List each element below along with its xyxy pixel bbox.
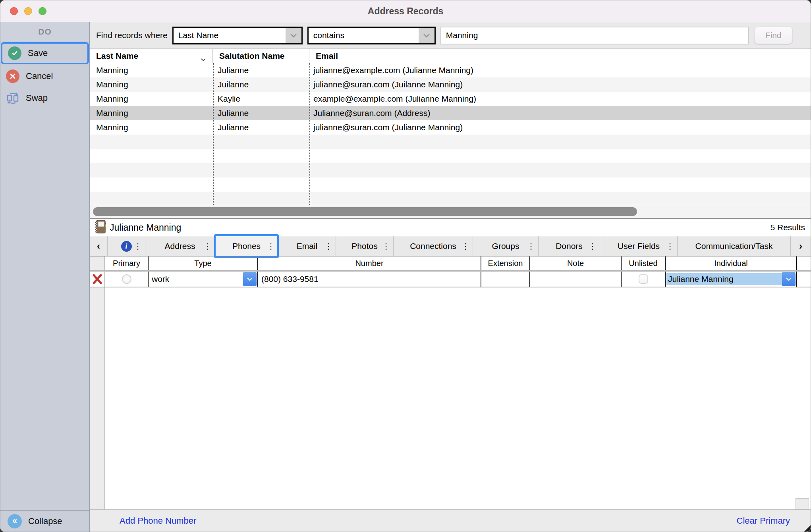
tab-donors[interactable]: Donors ⋮ [539, 236, 600, 256]
sidebar-header: DO [0, 22, 89, 41]
tab-groups[interactable]: Groups ⋮ [473, 236, 539, 256]
tab-address[interactable]: Address ⋮ [145, 236, 215, 256]
window-resize-grip[interactable] [804, 525, 811, 532]
find-records-bar: Find records where Last Name contains Fi… [90, 22, 811, 49]
tab-user-fields[interactable]: User Fields ⋮ [600, 236, 678, 256]
delete-x-icon [92, 274, 102, 284]
sort-chevron-icon [201, 54, 206, 64]
column-header-primary: Primary [105, 256, 148, 270]
results-count: 5 Results [770, 223, 805, 232]
column-header-unlisted: Unlisted [621, 256, 665, 270]
empty-row [90, 192, 811, 206]
row-actions-gutter [90, 287, 105, 509]
scrollbar-thumb[interactable] [93, 207, 637, 216]
collapse-button-label: Collapse [28, 516, 62, 526]
horizontal-scrollbar[interactable] [90, 205, 811, 218]
zoom-window-button[interactable] [39, 7, 46, 15]
row-actions-column-header [90, 256, 105, 270]
empty-row [90, 163, 811, 177]
individual-value: Julianne Manning [666, 273, 782, 285]
close-window-button[interactable] [10, 7, 18, 15]
spare-column-header [796, 256, 810, 270]
cancel-x-icon [6, 69, 19, 83]
table-row-selected[interactable]: Manning Julianne Julianne@suran.com (Add… [90, 106, 811, 120]
phones-table-header: Primary Type Number Extension Note Unlis… [90, 256, 811, 272]
search-query-input[interactable] [440, 27, 749, 44]
primary-radio[interactable] [122, 274, 131, 284]
chevron-down-icon [286, 28, 301, 43]
extension-field[interactable] [481, 272, 529, 287]
chevron-down-icon[interactable] [243, 272, 257, 286]
delete-phone-button[interactable] [90, 272, 105, 287]
tab-handle-icon[interactable]: ⋮ [589, 242, 597, 250]
tab-handle-icon[interactable]: ⋮ [203, 242, 211, 250]
phone-row: work (800) 633-9581 [90, 272, 811, 287]
address-records-window: Address Records DO Save Cancel [0, 0, 811, 532]
tab-photos[interactable]: Photos ⋮ [336, 236, 394, 256]
collapse-button[interactable]: « Collapse [0, 510, 89, 532]
column-header-note: Note [529, 256, 621, 270]
table-row[interactable]: Manning Kaylie example@example.com (Juli… [90, 92, 811, 106]
note-field[interactable] [529, 272, 621, 287]
table-row[interactable]: Manning Julianne julianne@example.com (J… [90, 63, 811, 77]
save-button[interactable]: Save [1, 42, 89, 64]
record-name: Julianne Manning [110, 222, 770, 233]
scrollbar-corner [796, 498, 809, 509]
tab-handle-icon[interactable]: ⋮ [666, 242, 674, 250]
add-phone-number-link[interactable]: Add Phone Number [120, 516, 196, 526]
individual-select[interactable]: Julianne Manning [665, 272, 796, 287]
cancel-button[interactable]: Cancel [0, 65, 89, 87]
minimize-window-button[interactable] [24, 7, 32, 15]
save-button-label: Save [28, 48, 48, 58]
phone-type-select[interactable]: work [148, 272, 257, 287]
swap-button[interactable]: Swap [0, 87, 89, 109]
cancel-button-label: Cancel [26, 71, 53, 81]
empty-row [90, 177, 811, 192]
swap-button-label: Swap [26, 93, 48, 103]
tab-info[interactable]: i ⋮ [108, 236, 145, 256]
do-sidebar: DO Save Cancel [0, 22, 90, 532]
chevron-down-icon [419, 28, 434, 43]
tabs-scroll-right-button[interactable]: › [791, 236, 811, 256]
unlisted-checkbox[interactable] [639, 274, 648, 284]
column-header-individual: Individual [665, 256, 796, 270]
title-bar: Address Records [0, 0, 811, 22]
primary-radio-cell [105, 272, 148, 287]
tabs-scroll-left-button[interactable]: ‹ [90, 236, 108, 256]
search-field-value: Last Name [174, 28, 286, 43]
tab-handle-icon[interactable]: ⋮ [134, 242, 142, 250]
empty-row [90, 135, 811, 149]
info-icon: i [121, 241, 132, 252]
results-table-header: Last Name Salutation Name Email [90, 49, 811, 63]
tab-communication-task[interactable]: Communication/Task [678, 236, 791, 256]
window-title: Address Records [368, 6, 443, 17]
find-button[interactable]: Find [754, 27, 793, 44]
column-header-last-name[interactable]: Last Name [90, 49, 213, 63]
tab-handle-icon[interactable]: ⋮ [324, 242, 332, 250]
table-row[interactable]: Manning Julianne julianne@suran.com (Jul… [90, 120, 811, 135]
clear-primary-link[interactable]: Clear Primary [737, 516, 790, 526]
tab-phones[interactable]: Phones ⋮ [215, 236, 278, 256]
results-table-body: Manning Julianne julianne@example.com (J… [90, 63, 811, 205]
column-header-number: Number [257, 256, 481, 270]
column-header-type: Type [148, 256, 257, 270]
phone-number-value: (800) 633-9581 [258, 274, 319, 284]
phone-type-value: work [149, 274, 243, 284]
column-header-email[interactable]: Email [309, 49, 811, 63]
tab-handle-icon[interactable]: ⋮ [382, 242, 390, 250]
phone-number-field[interactable]: (800) 633-9581 [257, 272, 481, 287]
table-row[interactable]: Manning Juilanne julianne@suran.com (Jui… [90, 77, 811, 92]
column-header-salutation[interactable]: Salutation Name [213, 49, 309, 63]
tab-handle-icon[interactable]: ⋮ [461, 242, 469, 250]
tab-handle-icon[interactable]: ⋮ [527, 242, 535, 250]
search-operator-dropdown[interactable]: contains [307, 27, 436, 44]
chevron-down-icon[interactable] [782, 272, 796, 286]
unlisted-cell [621, 272, 665, 287]
save-check-icon [8, 46, 21, 60]
tab-connections[interactable]: Connections ⋮ [394, 236, 473, 256]
tab-email[interactable]: Email ⋮ [278, 236, 336, 256]
tab-handle-icon[interactable]: ⋮ [267, 242, 275, 250]
phones-table-body [90, 287, 811, 509]
phones-footer-bar: Add Phone Number Clear Primary [90, 509, 811, 532]
search-field-dropdown[interactable]: Last Name [172, 27, 303, 44]
